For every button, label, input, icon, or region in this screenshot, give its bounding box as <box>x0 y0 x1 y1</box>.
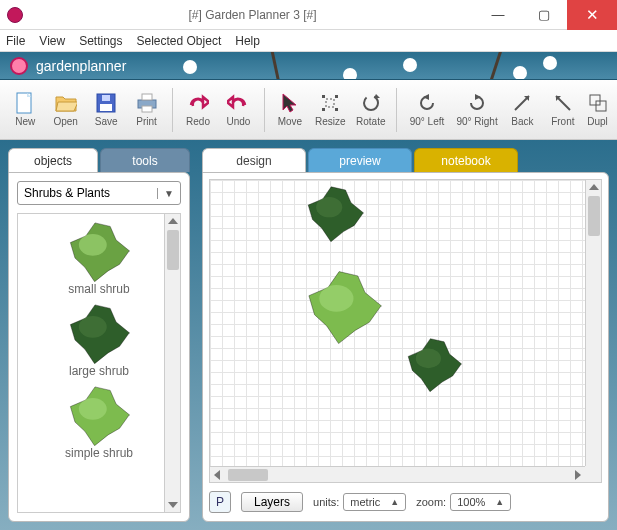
window-title: [#] Garden Planner 3 [#] <box>30 8 475 22</box>
svg-point-27 <box>79 316 107 338</box>
menu-settings[interactable]: Settings <box>79 34 122 48</box>
layers-button[interactable]: Layers <box>241 492 303 512</box>
minimize-button[interactable]: — <box>475 0 521 30</box>
folder-icon <box>55 92 77 114</box>
app-icon <box>0 0 30 30</box>
cursor-icon <box>279 92 301 114</box>
menu-help[interactable]: Help <box>235 34 260 48</box>
left-tabs: objects tools <box>8 148 190 172</box>
properties-button[interactable]: P <box>209 491 231 513</box>
rotate-left-button[interactable]: 90° Left <box>403 92 451 127</box>
menu-file[interactable]: File <box>6 34 25 48</box>
brand-flower-icon <box>10 57 28 75</box>
canvas-shrub[interactable] <box>406 336 462 392</box>
send-back-icon <box>511 92 533 114</box>
canvas-shrub[interactable] <box>306 268 382 344</box>
units-label: units: <box>313 496 339 508</box>
svg-marker-19 <box>475 94 481 100</box>
duplicate-button[interactable]: Dupl <box>584 92 611 127</box>
palette-item-label: small shrub <box>68 282 129 296</box>
palette-item[interactable]: large shrub <box>24 302 174 378</box>
printer-icon <box>136 92 158 114</box>
duplicate-icon <box>587 92 609 114</box>
units-field: units: metric▲ <box>313 493 406 511</box>
save-button[interactable]: Save <box>87 92 125 127</box>
svg-marker-18 <box>423 94 429 100</box>
zoom-field: zoom: 100%▲ <box>416 493 511 511</box>
tab-preview[interactable]: preview <box>308 148 412 172</box>
title-bar: [#] Garden Planner 3 [#] — ▢ ✕ <box>0 0 617 30</box>
undo-icon <box>227 92 249 114</box>
category-dropdown[interactable]: Shrubs & Plants ▼ <box>17 181 181 205</box>
objects-list: small shrub large shrub simple shrub <box>17 213 181 513</box>
objects-scrollbar[interactable] <box>164 214 180 512</box>
tab-design[interactable]: design <box>202 148 306 172</box>
tab-notebook[interactable]: notebook <box>414 148 518 172</box>
canvas-scrollbar-h[interactable] <box>210 466 585 482</box>
svg-rect-8 <box>142 94 152 100</box>
menu-bar: File View Settings Selected Object Help <box>0 30 617 52</box>
back-button[interactable]: Back <box>503 92 541 127</box>
svg-rect-14 <box>322 108 325 111</box>
svg-point-26 <box>79 234 107 256</box>
zoom-select[interactable]: 100%▲ <box>450 493 511 511</box>
svg-marker-10 <box>283 94 296 112</box>
toolbar: New Open Save Print Redo Undo Move Resiz… <box>0 80 617 140</box>
resize-icon <box>319 92 341 114</box>
palette-item[interactable]: small shrub <box>24 220 174 296</box>
rotate-right-button[interactable]: 90° Right <box>453 92 501 127</box>
design-canvas[interactable] <box>209 179 602 483</box>
svg-rect-15 <box>335 108 338 111</box>
move-button[interactable]: Move <box>271 92 309 127</box>
rotate-right-icon <box>466 92 488 114</box>
chevron-down-icon: ▼ <box>157 188 174 199</box>
tab-tools[interactable]: tools <box>100 148 190 172</box>
undo-button[interactable]: Undo <box>219 92 257 127</box>
right-panel: design preview notebook P Layers units: … <box>202 148 609 522</box>
svg-rect-25 <box>596 101 606 111</box>
svg-rect-11 <box>326 99 334 107</box>
rotate-icon <box>360 92 382 114</box>
svg-rect-5 <box>100 104 112 111</box>
rotate-button[interactable]: Rotate <box>352 92 390 127</box>
open-button[interactable]: Open <box>46 92 84 127</box>
window-buttons: — ▢ ✕ <box>475 0 617 30</box>
category-value: Shrubs & Plants <box>24 186 110 200</box>
menu-selected-object[interactable]: Selected Object <box>137 34 222 48</box>
tab-objects[interactable]: objects <box>8 148 98 172</box>
print-button[interactable]: Print <box>127 92 165 127</box>
floppy-icon <box>95 92 117 114</box>
svg-point-16 <box>364 96 378 110</box>
palette-item[interactable]: simple shrub <box>24 384 174 460</box>
page-icon <box>14 92 36 114</box>
canvas-shrub[interactable] <box>306 184 364 242</box>
resize-button[interactable]: Resize <box>311 92 349 127</box>
new-button[interactable]: New <box>6 92 44 127</box>
svg-point-28 <box>79 398 107 420</box>
redo-icon <box>187 92 209 114</box>
maximize-button[interactable]: ▢ <box>521 0 567 30</box>
close-button[interactable]: ✕ <box>567 0 617 30</box>
bring-front-icon <box>552 92 574 114</box>
svg-rect-24 <box>590 95 600 105</box>
left-panel: objects tools Shrubs & Plants ▼ small sh… <box>8 148 190 522</box>
zoom-label: zoom: <box>416 496 446 508</box>
svg-point-29 <box>316 197 342 217</box>
palette-item-label: simple shrub <box>65 446 133 460</box>
objects-panel: Shrubs & Plants ▼ small shrub large shru… <box>8 172 190 522</box>
redo-button[interactable]: Redo <box>179 92 217 127</box>
menu-view[interactable]: View <box>39 34 65 48</box>
units-select[interactable]: metric▲ <box>343 493 406 511</box>
rotate-left-icon <box>416 92 438 114</box>
workspace: objects tools Shrubs & Plants ▼ small sh… <box>0 140 617 530</box>
brand-text: gardenplanner <box>36 58 126 74</box>
canvas-tabs: design preview notebook <box>202 148 609 172</box>
svg-rect-6 <box>102 95 110 101</box>
brand-strip: gardenplanner <box>0 52 617 80</box>
svg-point-31 <box>416 349 441 369</box>
front-button[interactable]: Front <box>544 92 582 127</box>
svg-marker-17 <box>374 94 380 98</box>
svg-marker-3 <box>56 102 77 111</box>
svg-point-30 <box>319 285 353 312</box>
canvas-scrollbar-v[interactable] <box>585 180 601 482</box>
